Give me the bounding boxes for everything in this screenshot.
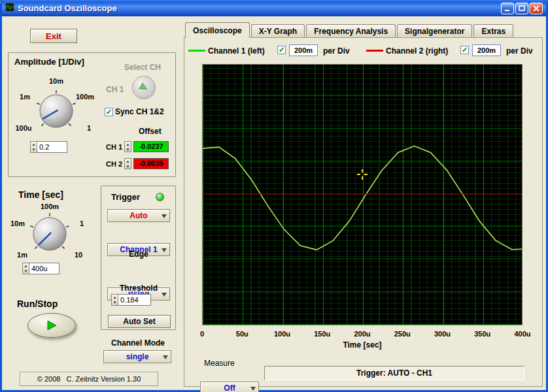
edge-label: Edge bbox=[102, 250, 175, 259]
exit-button[interactable]: Exit bbox=[30, 29, 77, 43]
spin-up-icon[interactable]: ▲ bbox=[125, 159, 131, 164]
spin-up-icon[interactable]: ▲ bbox=[23, 263, 29, 269]
amplitude-tick-bottom-left: 100u bbox=[15, 124, 31, 132]
offset-ch1-label: CH 1 bbox=[106, 143, 122, 151]
channel1-line-icon bbox=[188, 50, 205, 52]
spin-down-icon[interactable]: ▼ bbox=[112, 300, 118, 305]
play-icon bbox=[45, 319, 58, 331]
channel2-scale-field[interactable]: 200m bbox=[472, 44, 501, 56]
offset-ch2-row: CH 2 ▲▼ -0.0035 bbox=[106, 158, 169, 169]
tab-oscilloscope[interactable]: Oscilloscope bbox=[185, 22, 250, 38]
channel1-per-div-label: per Div bbox=[323, 46, 350, 56]
channel1-checkbox[interactable]: ✓ bbox=[277, 46, 286, 54]
offset-ch1-value[interactable]: -0.0237 bbox=[133, 141, 169, 152]
amplitude-group: Amplitude [1/Div] 10m 1m 100m 100u 1 ▲▼ … bbox=[8, 52, 177, 178]
threshold-label: Threshold bbox=[102, 284, 175, 293]
amplitude-title: Amplitude [1/Div] bbox=[14, 57, 84, 67]
chevron-down-icon bbox=[250, 387, 256, 391]
amplitude-tick-top: 10m bbox=[49, 77, 63, 85]
copyright-version: © 2008 C. Zeitnitz Version 1.30 bbox=[20, 372, 158, 386]
tab-frequency-analysis[interactable]: Frequency Analysis bbox=[306, 24, 396, 38]
time-tick-top: 100m bbox=[41, 203, 59, 210]
oscilloscope-display[interactable] bbox=[202, 64, 522, 325]
amplitude-spin-buttons[interactable]: ▲▼ bbox=[30, 141, 37, 153]
x-tick-label: 50u bbox=[236, 330, 248, 338]
channel-mode-dropdown[interactable]: single bbox=[103, 350, 171, 363]
x-tick-label: 350u bbox=[474, 330, 490, 338]
offset-title: Offset bbox=[139, 127, 162, 136]
run-stop-title: Run/Stop bbox=[17, 299, 58, 309]
tab-extras[interactable]: Extras bbox=[473, 24, 513, 38]
spin-down-icon[interactable]: ▼ bbox=[31, 147, 37, 152]
app-window: Soundcard Oszilloscope Exit Amplitude [1… bbox=[0, 0, 548, 392]
auto-set-button[interactable]: Auto Set bbox=[108, 315, 171, 328]
x-axis-label: Time [sec] bbox=[202, 340, 522, 350]
measure-value: Off bbox=[224, 384, 235, 392]
threshold-spin-buttons[interactable]: ▲▼ bbox=[111, 294, 118, 306]
time-tick-right: 1 bbox=[80, 220, 84, 227]
time-spinner: ▲▼ 400u bbox=[22, 263, 60, 274]
x-tick-label: 150u bbox=[314, 330, 330, 338]
minimize-icon[interactable] bbox=[501, 3, 514, 14]
close-icon[interactable] bbox=[530, 3, 543, 14]
channel2-per-div-label: per Div bbox=[506, 46, 533, 56]
channel-mode-label: Channel Mode bbox=[111, 338, 165, 348]
time-tick-left: 10m bbox=[10, 220, 25, 227]
x-tick-label: 250u bbox=[394, 330, 411, 338]
select-ch-label: Select CH bbox=[124, 63, 161, 72]
channel2-legend-label: Channel 2 (right) bbox=[386, 46, 448, 56]
window-controls bbox=[501, 3, 543, 14]
offset-ch2-value[interactable]: -0.0035 bbox=[133, 158, 169, 169]
amplitude-tick-left: 1m bbox=[20, 93, 30, 101]
spin-up-icon[interactable]: ▲ bbox=[112, 295, 118, 300]
trigger-mode-dropdown[interactable]: Auto bbox=[107, 209, 170, 222]
offset-ch1-spin-buttons[interactable]: ▲▼ bbox=[124, 141, 131, 152]
offset-ch1-row: CH 1 ▲▼ -0.0237 bbox=[106, 141, 169, 152]
run-stop-button[interactable] bbox=[27, 313, 76, 338]
amplitude-value-field[interactable]: 0.2 bbox=[37, 141, 67, 153]
time-spin-buttons[interactable]: ▲▼ bbox=[22, 263, 29, 274]
amplitude-tick-right: 100m bbox=[76, 93, 94, 101]
select-ch-button[interactable] bbox=[132, 76, 156, 99]
x-tick-label: 0 bbox=[200, 330, 204, 338]
chevron-down-icon bbox=[162, 293, 167, 297]
time-knob[interactable] bbox=[27, 211, 73, 257]
time-title: Time [sec] bbox=[18, 189, 63, 200]
spin-down-icon[interactable]: ▼ bbox=[125, 147, 131, 152]
spin-up-icon[interactable]: ▲ bbox=[125, 142, 131, 147]
title-bar[interactable]: Soundcard Oszilloscope bbox=[2, 0, 546, 16]
x-tick-label: 200u bbox=[354, 330, 370, 338]
threshold-value-field[interactable]: 0.184 bbox=[118, 294, 151, 306]
channel1-scale-field[interactable]: 200m bbox=[289, 44, 318, 56]
trigger-status: Trigger: AUTO - CH1 bbox=[264, 366, 524, 380]
tab-signalgenerator[interactable]: Signalgenerator bbox=[397, 24, 472, 38]
spin-down-icon[interactable]: ▼ bbox=[23, 269, 29, 274]
tab-strip: Oscilloscope X-Y Graph Frequency Analysi… bbox=[185, 23, 515, 38]
measure-dropdown[interactable]: Off bbox=[200, 382, 259, 392]
time-tick-bottom-right: 10 bbox=[75, 251, 82, 259]
spin-up-icon[interactable]: ▲ bbox=[31, 142, 37, 147]
time-tick-bottom-left: 1m bbox=[17, 251, 27, 259]
spin-down-icon[interactable]: ▼ bbox=[125, 164, 131, 169]
maximize-icon[interactable] bbox=[515, 3, 528, 14]
amplitude-spinner: ▲▼ 0.2 bbox=[30, 141, 67, 153]
offset-ch2-label: CH 2 bbox=[106, 160, 122, 168]
x-tick-label: 400u bbox=[514, 330, 530, 338]
trace-channel-1 bbox=[203, 146, 522, 250]
x-tick-label: 100u bbox=[274, 330, 290, 338]
sync-checkbox[interactable]: ✓ bbox=[105, 108, 113, 116]
offset-ch2-spin-buttons[interactable]: ▲▼ bbox=[124, 158, 131, 169]
sync-label: Sync CH 1&2 bbox=[115, 107, 164, 116]
trigger-group: Trigger Auto Channel 1 Edge rising Thres… bbox=[101, 186, 177, 331]
app-icon bbox=[5, 3, 14, 14]
channel2-checkbox[interactable]: ✓ bbox=[460, 46, 469, 54]
threshold-spinner: ▲▼ 0.184 bbox=[111, 294, 151, 306]
channel1-legend-label: Channel 1 (left) bbox=[208, 46, 265, 56]
tab-xy-graph[interactable]: X-Y Graph bbox=[251, 24, 305, 38]
trigger-title: Trigger bbox=[111, 192, 140, 202]
x-tick-label: 300u bbox=[434, 330, 451, 338]
x-axis-ticks: 050u100u150u200u250u300u350u400u bbox=[202, 330, 522, 339]
time-value-field[interactable]: 400u bbox=[29, 263, 60, 274]
amplitude-knob[interactable] bbox=[33, 88, 79, 134]
channel2-line-icon bbox=[366, 50, 383, 52]
